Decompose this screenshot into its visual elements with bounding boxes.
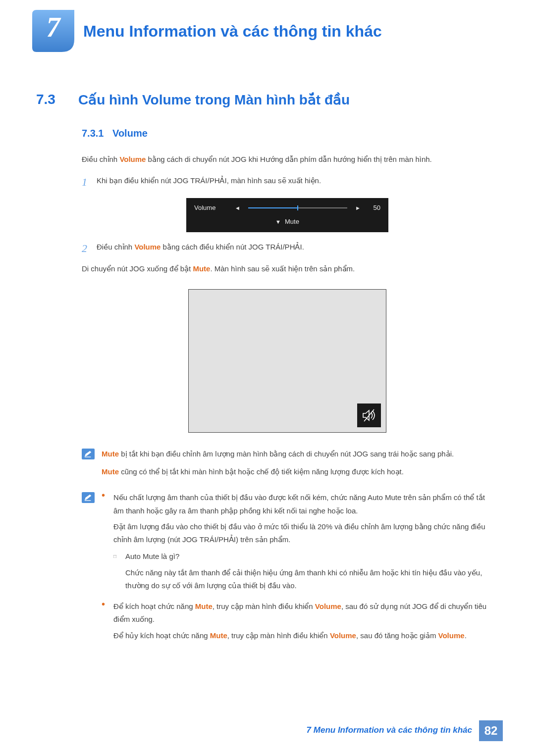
arrow-down-icon: ▼ [275,219,281,225]
note2-bullet-1: • Nếu chất lượng âm thanh của thiết bị đ… [102,491,493,596]
section-heading: 7.3 Cấu hình Volume trong Màn hình bắt đ… [36,92,503,108]
note-block-1: Mute bị tắt khi bạn điều chỉnh âm lượng … [82,448,503,484]
subsection-title: Volume [112,128,148,139]
intro-paragraph: Điều chỉnh Volume bằng cách di chuyển nú… [82,153,493,166]
note-block-2: • Nếu chất lượng âm thanh của thiết bị đ… [82,491,503,646]
mute-screen-illustration [188,289,386,433]
section-title: Cấu hình Volume trong Màn hình bắt đầu [78,92,350,108]
step-number: 2 [82,239,97,257]
note1-p2: Mute cũng có thể bị tắt khi màn hình bật… [102,465,493,478]
bullet-dot-icon: • [102,491,113,596]
mute-icon [357,403,381,427]
note-icon [82,449,95,459]
note1-p1: Mute bị tắt khi bạn điều chỉnh âm lượng … [102,448,493,460]
volume-slider-fill [248,207,298,208]
footer-text: 7 Menu Information và các thông tin khác [307,720,479,741]
osd-mute-label: Mute [285,218,299,225]
chapter-number: 7 [32,11,74,43]
chapter-header: 7 Menu Information và các thông tin khác [32,10,503,52]
note-icon [82,492,95,503]
step-text: Điều chỉnh Volume bằng cách điều khiển n… [97,239,493,257]
footer-page-number: 82 [479,720,503,741]
page-footer: 7 Menu Information và các thông tin khác… [307,720,503,741]
body-content: Điều chỉnh Volume bằng cách di chuyển nú… [82,153,493,433]
after-step2-paragraph: Di chuyển nút JOG xuống để bật Mute. Màn… [82,262,493,275]
step-2: 2 Điều chỉnh Volume bằng cách điều khiển… [82,239,493,257]
section-number: 7.3 [36,92,78,108]
subsection-number: 7.3.1 [82,128,104,139]
chapter-badge: 7 [32,10,74,52]
osd-volume-value: 50 [367,202,380,213]
step-number: 1 [82,173,97,191]
subsection-heading: 7.3.1 Volume [82,128,503,139]
volume-slider-track [248,207,347,208]
svg-rect-1 [85,456,91,457]
bullet-dot-icon: • [102,600,113,642]
note2-sub-q: □ Auto Mute là gì? Chức năng này tắt âm … [113,550,493,592]
step-text: Khi bạn điều khiển nút JOG TRÁI/PHẢI, mà… [97,173,493,191]
osd-volume-label: Volume [194,202,229,213]
svg-rect-2 [85,501,91,501]
volume-slider-thumb [297,205,298,210]
chapter-title: Menu Information và các thông tin khác [83,10,382,41]
square-bullet-icon: □ [113,550,125,592]
arrow-right-icon: ► [355,203,361,213]
note2-bullet-2: • Để kích hoạt chức năng Mute, truy cập … [102,600,493,642]
step-1: 1 Khi bạn điều khiển nút JOG TRÁI/PHẢI, … [82,173,493,191]
arrow-left-icon: ◄ [235,203,240,213]
volume-osd: Volume ◄ ► 50 ▼Mute [186,198,388,232]
